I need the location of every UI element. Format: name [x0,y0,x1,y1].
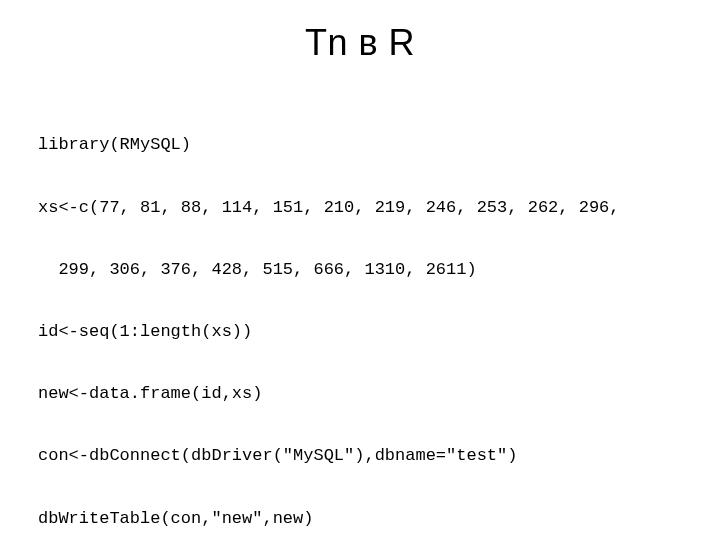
code-line: new<-data.frame(id,xs) [38,384,682,405]
code-line: id<-seq(1:length(xs)) [38,322,682,343]
code-line: library(RMySQL) [38,135,682,156]
code-line: con<-dbConnect(dbDriver("MySQL"),dbname=… [38,446,682,467]
slide: Tn в R library(RMySQL) xs<-c(77, 81, 88,… [0,0,720,540]
code-block: library(RMySQL) xs<-c(77, 81, 88, 114, 1… [38,94,682,540]
code-line: dbWriteTable(con,"new",new) [38,509,682,530]
code-line: 299, 306, 376, 428, 515, 666, 1310, 2611… [38,260,682,281]
code-line: xs<-c(77, 81, 88, 114, 151, 210, 219, 24… [38,198,682,219]
slide-title: Tn в R [38,22,682,64]
